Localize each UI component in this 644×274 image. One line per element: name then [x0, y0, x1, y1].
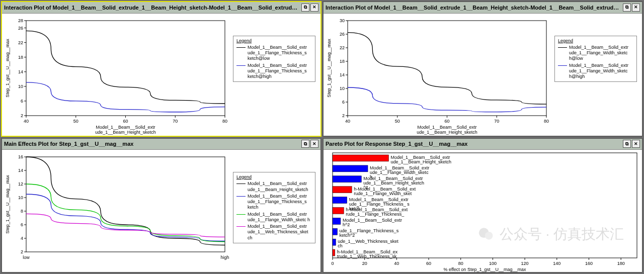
panel-title-bar: Interaction Plot of Model_1__Beam__Solid…	[324, 2, 642, 14]
svg-text:2: 2	[342, 113, 345, 118]
close-icon[interactable]: ✕	[632, 140, 640, 148]
svg-text:60: 60	[426, 261, 431, 266]
svg-text:ude_1__Beam_Height_sketch: ude_1__Beam_Height_sketch	[95, 130, 156, 135]
svg-text:high: high	[220, 255, 229, 260]
panel-title-text: Main Effects Plot for Step_1_gst__U__mag…	[4, 141, 300, 147]
svg-text:ude_1__Flange_Width_sketc: ude_1__Flange_Width_sketc	[370, 170, 429, 175]
svg-text:Step_1_gst__U__mag__max: Step_1_gst__U__mag__max	[5, 175, 10, 234]
svg-text:26: 26	[18, 25, 23, 30]
svg-text:40: 40	[394, 261, 399, 266]
svg-text:h^2: h^2	[343, 222, 350, 227]
close-icon[interactable]: ✕	[310, 140, 318, 148]
svg-text:160: 160	[585, 261, 593, 266]
panel-main-effects: Main Effects Plot for Step_1_gst__U__mag…	[1, 138, 321, 273]
svg-text:rude_1__Flange_Width_sket: rude_1__Flange_Width_sket	[354, 191, 412, 196]
svg-text:10: 10	[18, 83, 23, 88]
legend-bl: LegendModel_1__Beam__Solid_extr ude_1__B…	[233, 172, 315, 243]
svg-text:50: 50	[73, 119, 78, 124]
legend-tr: LegendModel_1__Beam__Solid_extr ude_1__F…	[554, 36, 637, 82]
svg-text:Model_1__Beam__Solid_extr: Model_1__Beam__Solid_extr	[417, 125, 476, 130]
svg-rect-102	[333, 155, 388, 161]
svg-text:10: 10	[18, 195, 23, 200]
svg-text:Step_1_gst__U__mag__max: Step_1_gst__U__mag__max	[5, 38, 10, 97]
panel-title-bar: Interaction Plot of Model_1__Beam__Solid…	[2, 2, 320, 14]
svg-text:26: 26	[340, 32, 345, 37]
panel-grid: Interaction Plot of Model_1__Beam__Solid…	[0, 0, 644, 274]
svg-text:40: 40	[24, 119, 29, 124]
svg-text:4: 4	[21, 236, 23, 241]
legend-tl: LegendModel_1__Beam__Solid_extr ude_1__F…	[233, 36, 315, 82]
svg-text:trude_1__Web_Thickness_sk: trude_1__Web_Thickness_sk	[337, 254, 397, 259]
svg-text:2: 2	[21, 113, 23, 118]
svg-text:80: 80	[544, 119, 549, 124]
svg-text:20: 20	[362, 261, 367, 266]
panel-title-text: Pareto Plot for Response Step_1_gst__U__…	[326, 141, 622, 147]
restore-icon[interactable]: ⧉	[301, 140, 309, 148]
svg-text:8: 8	[21, 209, 23, 214]
svg-rect-116	[333, 197, 347, 204]
svg-text:14: 14	[340, 72, 345, 77]
svg-text:rude_1__Flange_Thickness_: rude_1__Flange_Thickness_	[346, 212, 405, 217]
svg-text:60: 60	[123, 119, 128, 124]
svg-text:30: 30	[340, 18, 345, 23]
svg-text:28: 28	[18, 18, 23, 23]
svg-text:2: 2	[21, 249, 23, 254]
svg-text:6: 6	[342, 100, 345, 105]
svg-text:80: 80	[222, 119, 227, 124]
panel-title-bar: Pareto Plot for Response Step_1_gst__U__…	[324, 139, 642, 150]
svg-text:ude_1__Beam_Height_sketch: ude_1__Beam_Height_sketch	[417, 130, 477, 135]
svg-text:70: 70	[173, 119, 178, 124]
panel-interaction-tl: Interaction Plot of Model_1__Beam__Solid…	[1, 1, 321, 137]
plot-bl: 246810121416lowhighStep_1_gst__U__mag__m…	[2, 150, 320, 272]
svg-text:80: 80	[458, 261, 463, 266]
svg-text:40: 40	[345, 119, 350, 124]
svg-text:70: 70	[494, 119, 499, 124]
panel-pareto: Pareto Plot for Response Step_1_gst__U__…	[323, 138, 643, 273]
svg-text:18: 18	[18, 54, 23, 59]
svg-text:% effect on Step_1_gst__U__mag: % effect on Step_1_gst__U__mag__max	[444, 267, 526, 272]
svg-text:Step_1_gst__U__mag__max: Step_1_gst__U__mag__max	[327, 38, 332, 97]
plot-br: 020406080100120140160180% effect on Step…	[324, 150, 642, 272]
svg-text:ude_1__Web_Thickness_sket: ude_1__Web_Thickness_sket	[338, 239, 398, 244]
svg-text:ude_1__Beam_Height_sketch: ude_1__Beam_Height_sketch	[390, 159, 451, 164]
panel-title-text: Interaction Plot of Model_1__Beam__Solid…	[4, 5, 300, 11]
restore-icon[interactable]: ⧉	[623, 140, 631, 148]
svg-rect-0	[26, 21, 225, 116]
svg-text:low: low	[23, 255, 30, 260]
svg-rect-105	[333, 165, 368, 172]
panel-interaction-tr: Interaction Plot of Model_1__Beam__Solid…	[323, 1, 643, 137]
svg-text:22: 22	[18, 40, 23, 45]
svg-text:22: 22	[340, 45, 345, 50]
svg-text:120: 120	[521, 261, 529, 266]
svg-text:140: 140	[553, 261, 560, 266]
panel-title-text: Interaction Plot of Model_1__Beam__Solid…	[326, 5, 622, 11]
svg-text:50: 50	[395, 119, 400, 124]
restore-icon[interactable]: ⧉	[623, 4, 631, 12]
svg-rect-109	[333, 176, 361, 182]
svg-text:0: 0	[331, 261, 334, 266]
svg-text:18: 18	[340, 59, 345, 64]
svg-rect-132	[333, 249, 335, 256]
svg-text:Model_1__Beam__Solid_extr: Model_1__Beam__Solid_extr	[343, 218, 402, 223]
svg-rect-113	[333, 187, 352, 193]
close-icon[interactable]: ✕	[632, 4, 640, 12]
svg-text:12: 12	[18, 181, 23, 187]
plot-tl: 261014182226284050607080Model_1__Beam__S…	[2, 14, 320, 136]
close-icon[interactable]: ✕	[310, 4, 318, 12]
svg-text:14: 14	[18, 168, 23, 173]
svg-text:6: 6	[21, 222, 23, 227]
svg-rect-30	[348, 21, 546, 116]
svg-rect-126	[333, 228, 338, 235]
svg-text:10: 10	[340, 86, 345, 91]
svg-rect-120	[333, 207, 344, 214]
svg-text:ude_1__Beam_Height_sketch: ude_1__Beam_Height_sketch	[363, 180, 424, 186]
plot-tr: 261014182226304050607080Model_1__Beam__S…	[324, 14, 642, 136]
svg-text:14: 14	[18, 69, 23, 74]
restore-icon[interactable]: ⧉	[301, 4, 309, 12]
svg-text:6: 6	[21, 98, 23, 103]
svg-text:ketch^2: ketch^2	[340, 233, 355, 238]
svg-rect-129	[333, 239, 336, 245]
svg-text:16: 16	[18, 154, 23, 159]
svg-text:60: 60	[444, 119, 449, 124]
svg-rect-123	[333, 218, 341, 224]
